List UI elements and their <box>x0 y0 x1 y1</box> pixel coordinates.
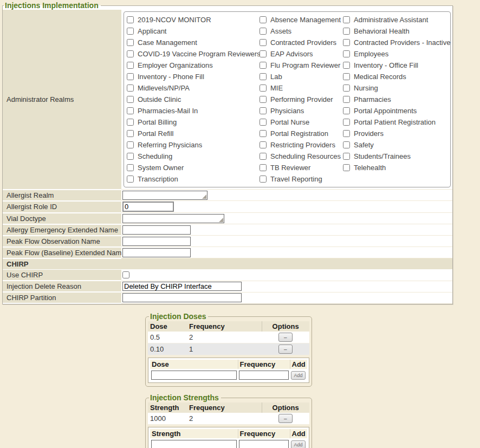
realm-checkbox[interactable] <box>127 50 134 57</box>
vial-doctype-row: Vial Doctype <box>3 213 452 224</box>
realm-checkbox[interactable] <box>260 164 267 171</box>
realm-option-label: Scheduling <box>138 152 172 160</box>
realm-option: Nursing <box>343 82 449 94</box>
realm-checkbox[interactable] <box>260 50 267 57</box>
realm-checkbox[interactable] <box>260 153 267 160</box>
injection-delete-reason-label: Injection Delete Reason <box>3 281 121 292</box>
add-strength-input[interactable] <box>151 440 237 448</box>
add-strength-header-add: Add <box>290 429 307 438</box>
realm-checkbox[interactable] <box>343 50 350 57</box>
add-dose-button[interactable]: Add <box>291 371 306 380</box>
realm-option-label: Applicant <box>138 27 166 35</box>
realm-option: Administrative Assistant <box>343 14 449 25</box>
realm-checkbox[interactable] <box>127 164 134 171</box>
realm-option-label: Employees <box>354 50 388 58</box>
realm-checkbox[interactable] <box>343 28 350 35</box>
realm-option: Scheduling Resources <box>260 151 343 162</box>
peak-flow-observation-name-input[interactable] <box>122 237 191 246</box>
realm-checkbox[interactable] <box>343 119 350 126</box>
injection-delete-reason-input[interactable] <box>122 282 242 291</box>
realm-option-label: Portal Refill <box>138 129 173 138</box>
realm-checkbox[interactable] <box>343 153 350 160</box>
chirp-partition-label: CHIRP Partition <box>3 292 121 303</box>
realm-checkbox[interactable] <box>343 96 350 103</box>
realm-checkbox[interactable] <box>343 85 350 92</box>
dose-frequency-cell: 2 <box>187 332 262 343</box>
allergist-realm-input[interactable] <box>122 191 207 200</box>
realm-checkbox[interactable] <box>127 130 134 137</box>
realm-checkbox[interactable] <box>260 176 267 183</box>
realm-checkbox[interactable] <box>127 39 134 46</box>
add-dose-frequency-input[interactable] <box>239 371 289 380</box>
realm-option: Performing Provider <box>260 94 343 105</box>
realm-checkbox[interactable] <box>343 130 350 137</box>
realm-checkbox[interactable] <box>343 107 350 114</box>
remove-strength-button[interactable]: – <box>278 414 293 423</box>
realm-option-label: COVID-19 Vaccine Program Reviewers <box>138 50 261 58</box>
add-dose-header-dose: Dose <box>150 360 238 369</box>
allergy-emergency-extended-name-input[interactable] <box>122 225 191 235</box>
realm-option: Portal Registration <box>260 128 343 139</box>
realm-option-label: Scheduling Resources <box>270 152 341 160</box>
realm-option-label: Employer Organizations <box>138 61 213 69</box>
realm-checkbox[interactable] <box>260 96 267 103</box>
realm-checkbox[interactable] <box>260 141 267 148</box>
realm-checkbox[interactable] <box>260 28 267 35</box>
strengths-header-row: Strength Frequency Options <box>148 402 309 413</box>
realm-checkbox[interactable] <box>260 85 267 92</box>
realm-option-label: MIE <box>270 84 283 92</box>
realm-option: Inventory - Phone Fill <box>127 71 260 82</box>
allergist-role-id-label: Allergist Role ID <box>3 201 121 213</box>
remove-dose-button[interactable]: – <box>278 333 293 342</box>
realm-option-label: Portal Patient Registration <box>354 118 436 126</box>
realm-checkbox[interactable] <box>260 107 267 114</box>
realm-checkbox[interactable] <box>260 130 267 137</box>
realm-checkbox[interactable] <box>127 176 134 183</box>
injection-doses-table: Dose Frequency Options 0.5 2 – 0.10 1 – <box>148 321 309 355</box>
realm-checkbox[interactable] <box>127 16 134 23</box>
doses-body: 0.5 2 – 0.10 1 – <box>148 332 309 355</box>
add-strength-button[interactable]: Add <box>291 440 306 448</box>
realm-option-label: Portal Nurse <box>270 118 309 126</box>
realm-checkbox[interactable] <box>343 39 350 46</box>
realm-checkbox[interactable] <box>127 85 134 92</box>
realm-checkbox[interactable] <box>343 16 350 23</box>
realm-option-label: Contracted Providers <box>270 38 336 47</box>
injection-strengths-title: Injection Strengths <box>149 393 221 402</box>
realm-option: Contracted Providers <box>260 37 343 48</box>
peak-flow-baseline-extended-name-input[interactable] <box>122 248 191 257</box>
realm-checkbox[interactable] <box>260 119 267 126</box>
realm-checkbox[interactable] <box>343 73 350 80</box>
realm-checkbox[interactable] <box>127 141 134 148</box>
realm-checkbox[interactable] <box>127 153 134 160</box>
realm-option-label: Medical Records <box>354 73 406 81</box>
realm-checkbox[interactable] <box>260 73 267 80</box>
realm-checkbox[interactable] <box>260 16 267 23</box>
realm-option-label: Referring Physicians <box>138 141 202 149</box>
realm-checkbox[interactable] <box>343 164 350 171</box>
realm-checkbox[interactable] <box>127 119 134 126</box>
add-strength-frequency-input[interactable] <box>239 440 289 448</box>
vial-doctype-label: Vial Doctype <box>3 213 121 224</box>
vial-doctype-input[interactable] <box>122 214 224 223</box>
realm-checkbox[interactable] <box>127 96 134 103</box>
realm-checkbox[interactable] <box>343 141 350 148</box>
remove-dose-button[interactable]: – <box>278 345 293 354</box>
add-dose-input[interactable] <box>151 371 237 380</box>
realm-checkbox[interactable] <box>260 62 267 69</box>
add-strength-box: Strength Frequency Add Add <box>148 427 309 448</box>
allergist-role-id-input[interactable] <box>122 202 174 212</box>
realm-option: Assets <box>260 25 343 37</box>
realm-checkbox[interactable] <box>127 62 134 69</box>
realm-checkbox[interactable] <box>127 28 134 35</box>
realm-checkbox[interactable] <box>343 62 350 69</box>
injections-implementation-title: Injections Implementation <box>4 1 101 10</box>
realm-option-label: System Owner <box>138 164 184 172</box>
realm-option-label: Portal Appointments <box>354 107 417 115</box>
realm-option-label: Pharmacies-Mail In <box>138 107 198 115</box>
realm-checkbox[interactable] <box>127 73 134 80</box>
use-chirp-checkbox[interactable] <box>122 271 129 278</box>
realm-checkbox[interactable] <box>127 107 134 114</box>
chirp-partition-input[interactable] <box>122 293 242 302</box>
realm-checkbox[interactable] <box>260 39 267 46</box>
